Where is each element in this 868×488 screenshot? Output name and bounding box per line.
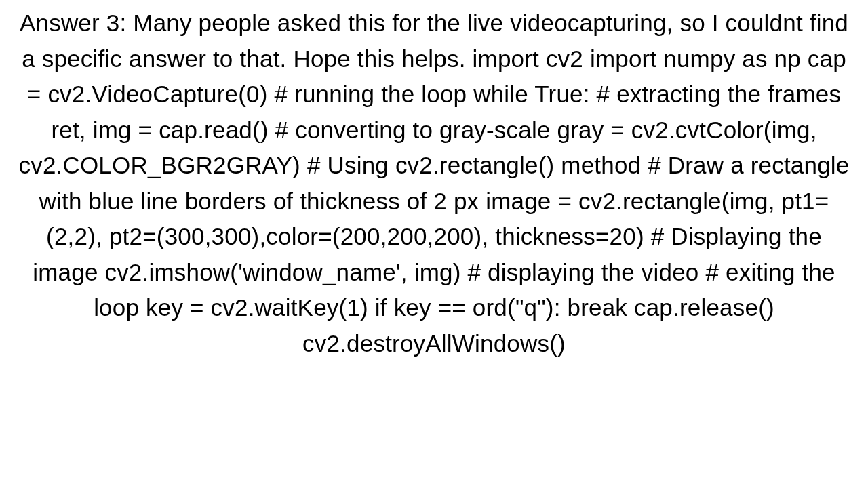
- answer-text: Answer 3: Many people asked this for the…: [14, 5, 854, 361]
